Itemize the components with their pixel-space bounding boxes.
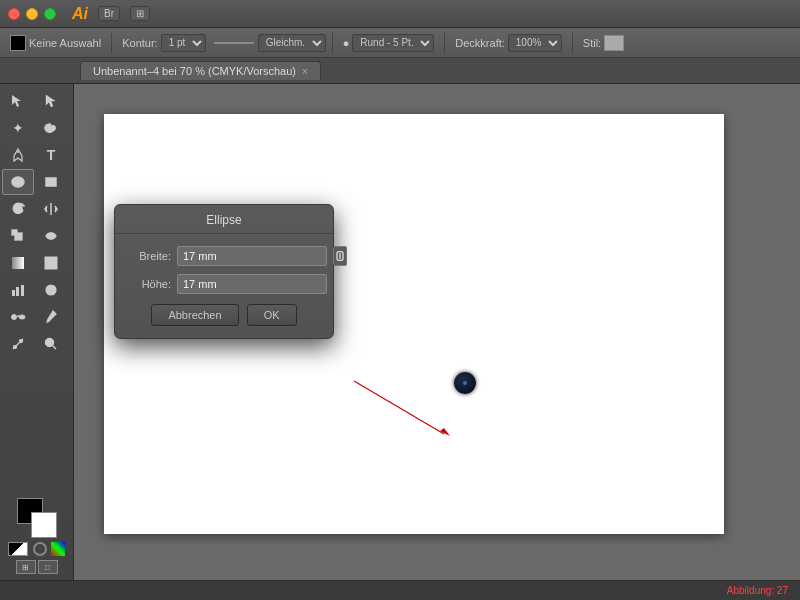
fill-selector[interactable]: Keine Auswahl [6, 35, 105, 51]
tool-row-2: ✦ [2, 115, 71, 141]
type-tool[interactable]: T [35, 142, 67, 168]
app-logo: Ai [72, 5, 88, 23]
brush-dot: ● [343, 37, 350, 49]
select-tool[interactable] [2, 88, 34, 114]
ellipse-center-dot [463, 381, 467, 385]
fill-label: Keine Auswahl [29, 37, 101, 49]
warp-tool[interactable] [35, 223, 67, 249]
tool-row-9 [2, 304, 71, 330]
minimize-button[interactable] [26, 8, 38, 20]
tab-title: Unbenannt–4 bei 70 % (CMYK/Vorschau) [93, 65, 296, 77]
main-area: ✦ T [0, 84, 800, 580]
pen-tool[interactable] [2, 142, 34, 168]
stroke-preview [214, 42, 254, 44]
svg-rect-13 [12, 290, 15, 296]
svg-point-21 [14, 346, 17, 349]
default-colors-btn[interactable] [8, 542, 28, 556]
scale-tool[interactable] [2, 223, 34, 249]
rect-tool[interactable] [35, 169, 67, 195]
tool-row-8 [2, 277, 71, 303]
arrange-button[interactable]: ⊞ [130, 6, 150, 21]
svg-point-22 [20, 340, 23, 343]
graph-tool[interactable] [2, 277, 34, 303]
divider3 [444, 33, 445, 53]
reflect-tool[interactable] [35, 196, 67, 222]
screen-mode-btn[interactable]: ⊞ [16, 560, 36, 574]
breite-row: Breite: [129, 246, 319, 266]
canvas-ellipse [454, 372, 476, 394]
tool-row-4 [2, 169, 71, 195]
maximize-button[interactable] [44, 8, 56, 20]
measure-tool[interactable] [2, 331, 34, 357]
hoehe-row: Höhe: [129, 274, 319, 294]
extra-swatches-row [6, 542, 67, 556]
stil-group: Stil: [579, 35, 628, 51]
direct-select-tool[interactable] [35, 88, 67, 114]
tool-row-10 [2, 331, 71, 357]
svg-rect-14 [16, 287, 19, 296]
dialog-title: Ellipse [115, 205, 333, 234]
color-icon[interactable] [51, 542, 65, 556]
status-bar: Abbildung: 27 [0, 580, 800, 600]
zoom-tool[interactable] [35, 331, 67, 357]
tab-bar: Unbenannt–4 bei 70 % (CMYK/Vorschau) × [0, 58, 800, 84]
magic-wand-tool[interactable]: ✦ [2, 115, 34, 141]
ellipse-tool[interactable] [2, 169, 34, 195]
breite-input[interactable] [177, 246, 327, 266]
close-button[interactable] [8, 8, 20, 20]
tool-row-5 [2, 196, 71, 222]
canvas-area: Ellipse Breite: Höhe: [74, 84, 800, 580]
tool-row-7 [2, 250, 71, 276]
document-tab[interactable]: Unbenannt–4 bei 70 % (CMYK/Vorschau) × [80, 61, 321, 80]
ok-button[interactable]: OK [247, 304, 297, 326]
foreground-background-swatches[interactable] [17, 498, 57, 538]
hoehe-input[interactable] [177, 274, 327, 294]
svg-rect-7 [12, 257, 24, 269]
divider1 [111, 33, 112, 53]
symbol-tool[interactable] [35, 277, 67, 303]
svg-point-1 [12, 177, 24, 187]
cancel-button[interactable]: Abbrechen [151, 304, 238, 326]
kontur-select[interactable]: 1 pt [161, 34, 206, 52]
none-swatch[interactable] [33, 542, 47, 556]
brush-select[interactable]: Rund - 5 Pt. [352, 34, 434, 52]
opacity-group: Deckkraft: 100% [451, 34, 566, 52]
divider4 [572, 33, 573, 53]
ellipse-dialog: Ellipse Breite: Höhe: [114, 204, 334, 339]
top-toolbar: Keine Auswahl Kontur: 1 pt Gleichm. ● Ru… [0, 28, 800, 58]
stroke-style-select[interactable]: Gleichm. [258, 34, 326, 52]
eyedropper-tool[interactable] [35, 304, 67, 330]
magic-wand-icon: ✦ [12, 120, 24, 136]
svg-rect-8 [45, 257, 57, 269]
fill-swatch[interactable] [10, 35, 26, 51]
gradient-tool[interactable] [2, 250, 34, 276]
opacity-label: Deckkraft: [455, 37, 505, 49]
kontur-group: Kontur: 1 pt [118, 34, 209, 52]
stil-label: Stil: [583, 37, 601, 49]
figure-label: Abbildung: 27 [727, 585, 788, 596]
type-icon: T [47, 147, 56, 163]
link-proportions-btn[interactable] [333, 246, 347, 266]
dialog-body: Breite: Höhe: Abbrechen OK [115, 234, 333, 338]
svg-point-0 [17, 151, 19, 153]
titlebar: Ai Br ⊞ [0, 0, 800, 28]
view-buttons-row: ⊞ □ [6, 560, 67, 574]
tool-row-3: T [2, 142, 71, 168]
svg-rect-2 [46, 178, 56, 186]
background-swatch[interactable] [31, 512, 57, 538]
full-screen-btn[interactable]: □ [38, 560, 58, 574]
color-swatch-area: ⊞ □ [2, 492, 71, 576]
svg-point-18 [19, 315, 25, 319]
tool-row-6 [2, 223, 71, 249]
blend-tool[interactable] [2, 304, 34, 330]
opacity-select[interactable]: 100% [508, 34, 562, 52]
stil-swatch[interactable] [604, 35, 624, 51]
tab-close-button[interactable]: × [302, 66, 308, 77]
lasso-tool[interactable] [35, 115, 67, 141]
svg-rect-15 [21, 285, 24, 296]
hoehe-label: Höhe: [129, 278, 171, 290]
mesh-tool[interactable] [35, 250, 67, 276]
dialog-buttons: Abbrechen OK [129, 304, 319, 326]
rotate-tool[interactable] [2, 196, 34, 222]
bridge-button[interactable]: Br [98, 6, 120, 21]
